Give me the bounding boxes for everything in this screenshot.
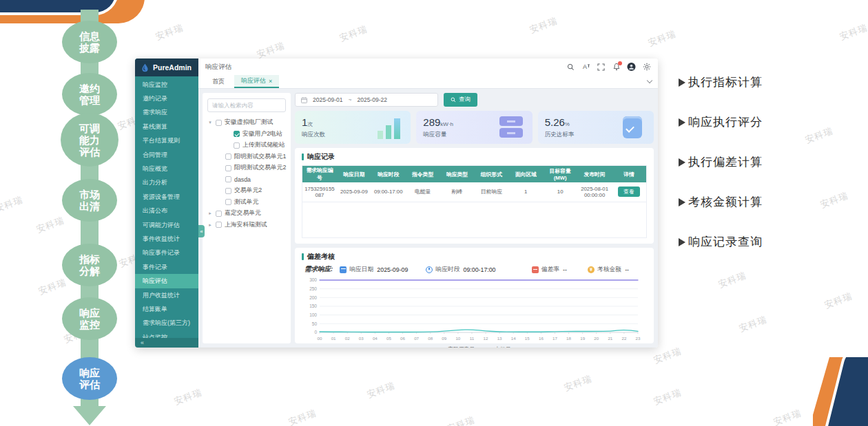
- sidebar-logo[interactable]: PureAdmin: [135, 58, 198, 76]
- legend-item[interactable]: 实际用电量: [437, 345, 475, 348]
- sidebar-item[interactable]: 结算账单: [135, 302, 198, 316]
- tree-checkbox[interactable]: [225, 199, 231, 205]
- feature-bullet: 执行偏差计算: [679, 154, 763, 170]
- fullscreen-icon[interactable]: [597, 63, 606, 72]
- tree-node[interactable]: 阳明测试交易单元1: [207, 151, 286, 163]
- tree-checkbox[interactable]: [225, 165, 231, 171]
- tree-node-label: 安徽虚拟电厂测试: [225, 118, 273, 127]
- sidebar-item-label: 用户收益统计: [143, 291, 180, 300]
- sidebar-item[interactable]: 需求响应: [135, 106, 198, 120]
- end-date-value: 2025-09-22: [357, 96, 386, 103]
- search-icon: [451, 97, 456, 103]
- sidebar-item[interactable]: 响应事件记录: [135, 246, 198, 260]
- svg-text:A: A: [583, 63, 587, 70]
- title-accent-bar: [302, 153, 304, 160]
- svg-text:07: 07: [414, 336, 419, 341]
- tree-node[interactable]: 阳明测试交易单元2: [207, 162, 286, 174]
- user-avatar[interactable]: [627, 63, 636, 72]
- sidebar-item-label: 响应监控: [143, 81, 167, 89]
- sidebar-item[interactable]: 响应评估: [135, 274, 198, 288]
- svg-text:19: 19: [580, 336, 585, 341]
- sidebar-collapse-bar[interactable]: «: [135, 338, 198, 348]
- flow-step: 邀约 管理: [62, 73, 117, 116]
- records-table-container: 需求响应编号响应日期响应时段指令类型响应类型组织形式面向区域目标容量(MW)发布…: [302, 165, 647, 238]
- sidebar-item-label: 结算账单: [143, 305, 167, 314]
- sidebar-item[interactable]: 基线测算: [135, 120, 198, 134]
- tree-caret-icon[interactable]: ▸: [207, 222, 213, 228]
- info-label: 响应时段: [435, 266, 459, 274]
- sidebar-item[interactable]: 出清公布: [135, 204, 198, 218]
- query-button[interactable]: 查询: [444, 93, 477, 107]
- tree-checkbox[interactable]: [234, 142, 240, 149]
- arrow-bullet-icon: [679, 118, 685, 127]
- svg-text:04: 04: [373, 336, 378, 341]
- tree-node[interactable]: 上传测试储能站: [207, 140, 286, 151]
- svg-text:300: 300: [309, 277, 317, 282]
- tree-checkbox[interactable]: [216, 222, 222, 228]
- sidebar-item[interactable]: 可调能力评估: [135, 218, 198, 232]
- search-icon[interactable]: [566, 63, 575, 72]
- stat-unit: kW·h: [440, 121, 453, 127]
- sidebar-item[interactable]: 响应监控: [135, 78, 198, 92]
- tree-checkbox[interactable]: [225, 188, 231, 194]
- stat-text: 5.26% 历史达标率: [545, 116, 575, 139]
- translate-icon[interactable]: A: [581, 63, 590, 72]
- table-cell: 电能量: [406, 182, 440, 202]
- settings-gear-icon[interactable]: [642, 63, 651, 72]
- sidebar-item[interactable]: 平台结算规则: [135, 134, 198, 148]
- tree-node[interactable]: ▾ 安徽虚拟电厂测试: [207, 117, 286, 129]
- tree-node[interactable]: 交易单元2: [207, 185, 286, 197]
- tree-checkbox[interactable]: [225, 153, 231, 160]
- sidebar-item-label: 出力分析: [143, 178, 167, 187]
- tree-caret-icon[interactable]: ▸: [207, 211, 213, 216]
- sidebar-item[interactable]: 出力分析: [135, 176, 198, 190]
- sidebar-item[interactable]: 邀约记录: [135, 92, 198, 105]
- tree-checkbox[interactable]: [225, 176, 231, 182]
- view-details-button[interactable]: 查看: [618, 187, 640, 197]
- notification-bell-icon[interactable]: [612, 63, 621, 72]
- sidebar-item[interactable]: 需求响应(第三方): [135, 317, 198, 330]
- tab[interactable]: 首页: [205, 75, 234, 88]
- svg-text:16: 16: [539, 336, 544, 341]
- date-separator: ~: [348, 96, 351, 103]
- watermark-text: 安科瑞: [646, 28, 678, 49]
- tree-node[interactable]: 测试单元: [207, 197, 286, 209]
- sidebar-item[interactable]: 合同管理: [135, 148, 198, 162]
- legend-item[interactable]: 中标量: [484, 345, 510, 348]
- tab-label: 响应评估: [241, 76, 266, 85]
- sidebar-item[interactable]: 响应概览: [135, 162, 198, 175]
- svg-text:17: 17: [552, 336, 557, 341]
- sidebar-item[interactable]: 用户收益统计: [135, 288, 198, 302]
- table-cell: 09:00-17:00: [371, 182, 406, 202]
- tree-checkbox[interactable]: [216, 211, 222, 217]
- legend-label: 中标量: [495, 345, 510, 348]
- tree-checkbox[interactable]: [234, 131, 240, 137]
- watermark-text: 安科瑞: [255, 39, 287, 61]
- table-cell: 1753259155087: [302, 182, 337, 202]
- sidebar-item-label: 站点监控: [143, 333, 167, 338]
- tree-checkbox[interactable]: [216, 120, 222, 126]
- tree-node-label: 上海安科瑞测试: [225, 221, 267, 229]
- tree-caret-icon[interactable]: ▾: [207, 120, 213, 125]
- assessment-amount-group: ¥ 考核金额 --: [588, 266, 629, 274]
- tree-node[interactable]: ▸ 上海安科瑞测试: [207, 220, 286, 231]
- stat-label: 响应容量: [423, 131, 453, 139]
- tree-node[interactable]: dasda: [207, 174, 286, 186]
- sidebar-item-label: 响应概览: [143, 164, 167, 173]
- panel-collapse-handle[interactable]: «: [198, 225, 205, 237]
- process-flowchart: 信息 披露 邀约 管理 可调 能力 评估 市场 出清 指标 分解: [0, 0, 138, 426]
- deviation-assessment-section: 偏差考核 需求响应: 响应日期 2025-09-09 响应时段: [295, 248, 654, 343]
- tab[interactable]: 响应评估 ×: [234, 75, 279, 88]
- svg-text:11: 11: [470, 336, 475, 341]
- sidebar-item[interactable]: 事件收益统计: [135, 232, 198, 246]
- feature-bullet: 响应执行评分: [679, 114, 763, 130]
- tree-search-input[interactable]: [207, 98, 286, 112]
- tabs-dropdown-icon[interactable]: [647, 78, 652, 83]
- sidebar-item[interactable]: 资源设备管理: [135, 190, 198, 204]
- sidebar-item[interactable]: 事件记录: [135, 260, 198, 274]
- tab-close-icon[interactable]: ×: [269, 78, 272, 85]
- tree-node[interactable]: 安徽用户2电站: [207, 129, 286, 140]
- tree-node[interactable]: ▸ 嘉定交易单元: [207, 208, 286, 220]
- sidebar-item[interactable]: 站点监控: [135, 330, 198, 338]
- date-range-picker[interactable]: 2025-09-01 ~ 2025-09-22: [295, 93, 438, 107]
